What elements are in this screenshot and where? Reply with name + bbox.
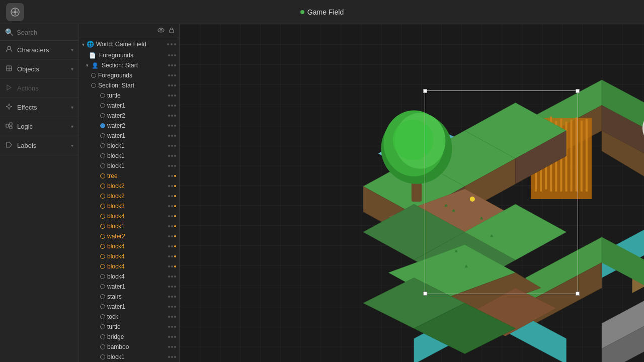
object-options[interactable] [168,205,176,207]
list-item[interactable]: 📄 Foregrounds [79,50,179,60]
object-circle [100,244,105,249]
object-label: block4 [107,253,166,260]
list-item[interactable]: Foregrounds [79,70,179,80]
list-item[interactable]: block4 [79,251,179,261]
object-options[interactable] [168,225,176,227]
sidebar-item-labels[interactable]: Labels ▾ [0,136,78,155]
object-options[interactable] [168,115,176,117]
list-item[interactable]: block4 [79,272,179,282]
svg-point-99 [470,197,475,202]
object-options[interactable] [168,145,176,147]
object-label: turtle [107,92,166,99]
list-item[interactable]: tree [79,171,179,181]
object-options[interactable] [168,235,176,237]
object-options[interactable] [168,105,176,107]
sidebar-item-effects[interactable]: Effects ▾ [0,98,78,117]
svg-point-14 [158,28,164,32]
world-expand-arrow: ▾ [82,42,85,47]
hierarchy-list[interactable]: ▾ 🌐 World: Game Field 📄 Foregrounds ▾ 👤 [79,38,179,362]
list-item[interactable]: block1 [79,151,179,161]
object-options[interactable] [168,245,176,247]
sidebar-item-actions[interactable]: Actions [0,79,78,98]
list-item[interactable]: block1 [79,221,179,231]
list-item[interactable]: tock [79,312,179,322]
object-label: block4 [107,213,166,220]
sidebar-item-logic[interactable]: Logic ▾ [0,117,78,136]
canvas-area[interactable] [180,24,644,362]
fg-options[interactable] [168,54,176,56]
object-options[interactable] [168,296,176,298]
list-item[interactable]: block4 [79,261,179,272]
object-options[interactable] [168,336,176,338]
list-item[interactable]: bamboo [79,342,179,352]
list-item[interactable]: block2 [79,191,179,201]
object-options[interactable] [168,306,176,308]
world-options[interactable] [167,43,176,45]
object-options[interactable] [168,316,176,318]
object-circle [100,254,105,259]
object-circle [100,344,105,349]
object-circle [100,184,105,189]
list-item[interactable]: water1 [79,131,179,141]
list-item[interactable]: block2 [79,181,179,191]
sidebar-item-characters[interactable]: Characters ▾ [0,41,78,60]
list-item[interactable]: turtle [79,90,179,101]
visibility-icon[interactable] [157,26,165,36]
object-options[interactable] [168,84,176,86]
list-item[interactable]: block4 [79,211,179,221]
list-item[interactable]: block1 [79,141,179,151]
list-item[interactable]: bridge [79,332,179,342]
list-item[interactable]: water2 [79,121,179,131]
object-label: block4 [107,243,166,250]
list-item[interactable]: block3 [79,201,179,211]
object-circle [100,204,105,209]
object-options[interactable] [168,215,176,217]
object-label: water1 [107,132,166,139]
list-item[interactable]: stairs [79,292,179,302]
lock-icon[interactable] [168,27,175,35]
object-label: block1 [107,162,166,169]
list-item[interactable]: ▾ 👤 Section: Start [79,60,179,70]
list-item[interactable]: block1 [79,352,179,362]
object-options[interactable] [168,276,176,278]
effects-label: Effects [17,104,67,111]
object-label: stairs [107,293,166,300]
list-item[interactable]: water1 [79,302,179,312]
object-options[interactable] [168,255,176,257]
fg-label: Foregrounds [99,52,166,59]
list-item[interactable]: water1 [79,101,179,111]
object-label: water2 [107,112,166,119]
list-item[interactable]: block4 [79,241,179,251]
object-options[interactable] [168,135,176,137]
object-options[interactable] [168,175,176,177]
object-options[interactable] [168,95,176,97]
object-options[interactable] [168,125,176,127]
object-options[interactable] [168,265,176,267]
list-item[interactable]: Section: Start [79,80,179,90]
list-item[interactable]: water1 [79,282,179,292]
section-options[interactable] [168,64,176,66]
sidebar-item-objects[interactable]: Objects ▾ [0,60,78,79]
object-label: block3 [107,203,166,210]
list-item[interactable]: water2 [79,231,179,241]
object-options[interactable] [168,165,176,167]
app-logo[interactable] [6,3,24,21]
world-row[interactable]: ▾ 🌐 World: Game Field [79,38,179,50]
object-options[interactable] [168,346,176,348]
object-circle [100,113,105,118]
object-options[interactable] [168,356,176,358]
object-label: block4 [107,263,166,270]
object-circle [100,354,105,359]
search-bar[interactable]: 🔍 [0,24,78,41]
list-item[interactable]: water2 [79,111,179,121]
object-label: turtle [107,323,166,330]
object-options[interactable] [168,74,176,76]
list-item[interactable]: block1 [79,161,179,171]
object-options[interactable] [168,326,176,328]
list-item[interactable]: turtle [79,322,179,332]
object-options[interactable] [168,286,176,288]
object-options[interactable] [168,155,176,157]
object-options[interactable] [168,195,176,197]
object-options[interactable] [168,185,176,187]
object-circle [100,284,105,289]
